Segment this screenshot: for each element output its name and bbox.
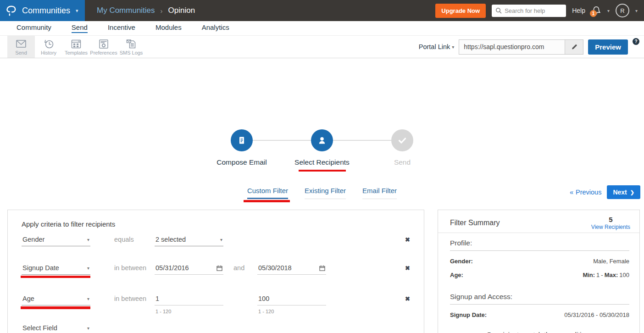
help-link[interactable]: Help bbox=[572, 7, 585, 14]
send-toolbar: Send History Templates Pre bbox=[0, 36, 644, 58]
breadcrumb-separator: › bbox=[161, 7, 163, 15]
chevron-down-icon: ▾ bbox=[87, 296, 89, 301]
conjunction-label: and bbox=[233, 264, 247, 272]
sms-logs-icon bbox=[125, 39, 137, 50]
custom-filter-panel: Apply criteria to filter recipients Gend… bbox=[7, 210, 424, 333]
next-button[interactable]: Next ❯ bbox=[607, 185, 640, 199]
summary-row-signup-date: Signup Date: 05/31/2016 - 05/30/2018 bbox=[450, 311, 629, 318]
history-icon bbox=[43, 39, 55, 50]
chevron-down-icon[interactable]: ▾ bbox=[607, 8, 610, 13]
recipient-count: 5 bbox=[591, 216, 630, 223]
check-icon bbox=[391, 129, 413, 151]
tool-sms-logs[interactable]: SMS Logs bbox=[117, 36, 145, 58]
max-label: Max: bbox=[605, 272, 618, 278]
send-wizard-stage: Compose Email Select Recipients Send Cus… bbox=[0, 58, 644, 333]
end-date-field bbox=[257, 264, 326, 275]
field-select-age[interactable]: Age ▾ bbox=[22, 294, 90, 305]
filter-row-signup-date: Signup Date ▾ in between and bbox=[22, 264, 410, 275]
preferences-icon bbox=[98, 39, 110, 50]
filter-row-gender: Gender ▾ equals 2 selected ▾ ✖ bbox=[22, 235, 410, 246]
portal-link-label: Portal Link bbox=[419, 43, 450, 50]
top-navbar: Communities ▾ My Communities › Opinion U… bbox=[0, 0, 644, 21]
red-annotation-bar bbox=[21, 276, 90, 278]
nav-item-analytics[interactable]: Analytics bbox=[202, 23, 229, 33]
nav-item-community[interactable]: Community bbox=[17, 23, 51, 33]
edit-url-button[interactable] bbox=[565, 40, 583, 54]
tool-label: History bbox=[41, 50, 56, 56]
age-min-field bbox=[155, 294, 223, 305]
range-hint: 1 - 120 bbox=[155, 309, 223, 314]
red-annotation-bar bbox=[299, 170, 346, 172]
nav-item-send[interactable]: Send bbox=[72, 23, 88, 33]
gender-value-select[interactable]: 2 selected ▾ bbox=[155, 235, 223, 246]
operator-label: in between bbox=[114, 264, 155, 272]
previous-button[interactable]: « Previous bbox=[570, 189, 602, 196]
upgrade-now-button[interactable]: Upgrade Now bbox=[435, 4, 486, 18]
step-compose-email[interactable]: Compose Email bbox=[202, 129, 282, 172]
help-question-icon[interactable]: ? bbox=[633, 38, 639, 45]
document-icon bbox=[231, 129, 253, 151]
portal-url-input[interactable] bbox=[459, 40, 565, 54]
tab-custom-filter[interactable]: Custom Filter bbox=[247, 187, 288, 199]
conjunction-spacer bbox=[233, 294, 247, 295]
tool-label: SMS Logs bbox=[120, 50, 143, 56]
nav-item-modules[interactable]: Modules bbox=[155, 23, 182, 33]
calendar-icon[interactable] bbox=[319, 265, 325, 271]
remove-filter-button[interactable]: ✖ bbox=[405, 236, 410, 243]
notifications-button[interactable]: 1 bbox=[591, 6, 601, 16]
field-select-value: Age bbox=[22, 295, 34, 302]
search-icon bbox=[495, 7, 502, 14]
community-nav: Community Send Incentive Modules Analyti… bbox=[0, 21, 644, 36]
help-search bbox=[492, 5, 566, 17]
person-icon bbox=[311, 129, 333, 151]
portal-link-dropdown[interactable]: Portal Link ▾ bbox=[419, 43, 455, 50]
filter-summary-panel: Filter Summary 5 View Recipients Profile… bbox=[438, 210, 640, 333]
tab-email-filter[interactable]: Email Filter bbox=[362, 187, 397, 199]
help-search-input[interactable] bbox=[505, 7, 560, 14]
tool-label: Templates bbox=[65, 50, 88, 56]
email-wizard-stepper: Compose Email Select Recipients Send bbox=[0, 129, 644, 172]
remove-filter-button[interactable]: ✖ bbox=[405, 265, 410, 272]
breadcrumb-my-communities[interactable]: My Communities bbox=[97, 6, 155, 15]
chevron-down-icon: ▾ bbox=[87, 326, 89, 331]
age-max-input[interactable] bbox=[258, 295, 312, 302]
tool-send[interactable]: Send bbox=[7, 36, 35, 58]
avatar[interactable]: R bbox=[616, 4, 629, 17]
step-select-recipients[interactable]: Select Recipients bbox=[282, 129, 362, 172]
step-send: Send bbox=[362, 129, 443, 172]
templates-icon bbox=[70, 39, 82, 50]
product-switcher[interactable]: Communities ▾ bbox=[0, 0, 85, 21]
summary-body: Profile: Gender: Male, Female Age: Min:1… bbox=[438, 233, 639, 333]
breadcrumb: My Communities › Opinion bbox=[97, 6, 195, 15]
summary-header: Filter Summary 5 View Recipients bbox=[438, 210, 639, 233]
nav-item-incentive[interactable]: Incentive bbox=[108, 23, 135, 33]
view-recipients-link[interactable]: View Recipients bbox=[591, 224, 630, 230]
chevron-down-icon: ▾ bbox=[452, 44, 454, 50]
field-select-gender[interactable]: Gender ▾ bbox=[22, 235, 90, 246]
range-separator: - bbox=[601, 272, 603, 278]
next-label: Next bbox=[613, 189, 627, 196]
chevron-down-icon: ▾ bbox=[87, 266, 89, 271]
tab-existing-filter[interactable]: Existing Filter bbox=[305, 187, 346, 199]
summary-signup-label: Signup Date: bbox=[450, 311, 487, 318]
filter-row-new: Select Field ▾ bbox=[22, 324, 410, 333]
tool-templates[interactable]: Templates bbox=[62, 36, 90, 58]
tool-history[interactable]: History bbox=[35, 36, 62, 58]
summary-gender-value: Male, Female bbox=[593, 258, 629, 265]
summary-age-label: Age: bbox=[450, 272, 463, 278]
tool-label: Send bbox=[15, 50, 27, 56]
remove-filter-button[interactable]: ✖ bbox=[405, 295, 410, 302]
profile-section-heading: Profile: bbox=[450, 233, 629, 251]
field-select-signup-date[interactable]: Signup Date ▾ bbox=[22, 264, 90, 275]
start-date-input[interactable] bbox=[155, 264, 210, 272]
field-select-new[interactable]: Select Field ▾ bbox=[22, 324, 90, 333]
product-name: Communities bbox=[22, 6, 70, 16]
calendar-icon[interactable] bbox=[217, 265, 222, 271]
end-date-input[interactable] bbox=[258, 264, 312, 272]
summary-title: Filter Summary bbox=[450, 219, 500, 227]
tool-preferences[interactable]: Preferences bbox=[90, 36, 117, 58]
chevron-down-icon: ▾ bbox=[220, 237, 222, 242]
preview-button[interactable]: Preview bbox=[588, 39, 628, 55]
chevron-down-icon[interactable]: ▾ bbox=[635, 8, 638, 13]
age-min-input[interactable] bbox=[155, 295, 210, 302]
